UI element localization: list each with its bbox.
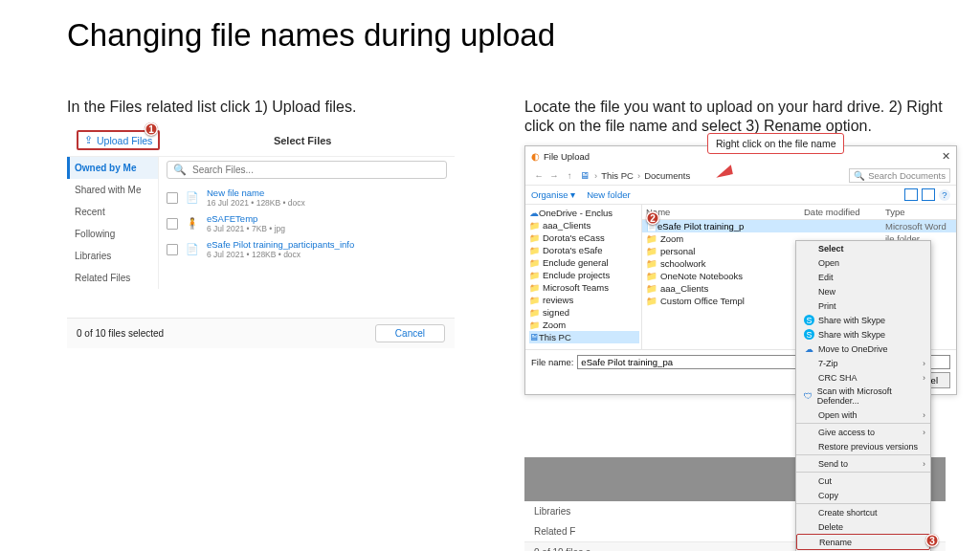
context-item[interactable]: Open — [796, 255, 930, 270]
checkbox[interactable] — [167, 244, 178, 255]
sidebar-item-recent[interactable]: Recent — [67, 201, 158, 223]
forward-icon[interactable]: → — [546, 170, 562, 181]
sidebar-item-following[interactable]: Following — [67, 223, 158, 245]
bg-status: 0 of 10 files s — [534, 547, 590, 551]
new-folder-button[interactable]: New folder — [587, 189, 630, 200]
preview-icon[interactable] — [922, 188, 935, 201]
select-files-dialog: 1 ⇪ Upload Files Select Files Owned by M… — [67, 124, 455, 348]
context-item[interactable]: 7-Zip — [796, 356, 930, 370]
context-item[interactable]: Rename3 — [796, 534, 930, 550]
file-icon: 🧍 — [184, 214, 201, 233]
tree-item[interactable]: ☁OneDrive - Enclus — [529, 207, 639, 219]
step-badge-1: 1 — [145, 122, 158, 136]
pc-icon: 🖥 — [580, 170, 590, 181]
left-instruction: In the Files related list click 1) Uploa… — [67, 98, 488, 117]
context-item[interactable]: Create shortcut — [796, 505, 930, 519]
step-badge-2: 2 — [646, 211, 659, 225]
breadcrumb-pc[interactable]: This PC — [601, 170, 634, 181]
sidebar-item-libraries[interactable]: Libraries — [67, 245, 158, 267]
context-item[interactable]: Copy — [796, 488, 930, 502]
context-item[interactable]: ☁Move to OneDrive — [796, 342, 930, 356]
checkbox[interactable] — [167, 218, 178, 230]
context-item[interactable]: CRC SHA — [796, 370, 930, 385]
firefox-icon: ◐ — [531, 151, 540, 162]
search-icon: 🔍 — [173, 164, 187, 176]
context-item[interactable]: SShare with Skype — [796, 327, 930, 342]
callout-tip: Right click on the file name — [707, 133, 844, 154]
search-docs-placeholder[interactable]: Search Documents — [868, 170, 946, 181]
bg-libraries: Libraries — [534, 506, 570, 517]
bg-related: Related F — [534, 526, 575, 537]
view-icon[interactable] — [904, 188, 918, 201]
cancel-button[interactable]: Cancel — [375, 324, 445, 342]
file-listing: Name Date modified Type 📄eSafe Pilot tra… — [642, 205, 956, 349]
search-icon: 🔍 — [854, 170, 865, 181]
context-item[interactable]: Print — [796, 298, 930, 313]
context-item[interactable]: Open with — [796, 408, 930, 422]
tree-item[interactable]: 📁Enclude projects — [529, 269, 639, 281]
context-item[interactable]: New — [796, 284, 930, 298]
col-type[interactable]: Type — [885, 207, 952, 217]
right-instruction: Locate the file you want to upload on yo… — [524, 98, 946, 136]
tree-item[interactable]: 📁aaa_Clients — [529, 219, 639, 231]
context-item[interactable]: Restore previous versions — [796, 439, 930, 453]
context-item[interactable]: Send to — [796, 456, 930, 471]
close-icon[interactable]: ✕ — [942, 150, 950, 163]
context-item[interactable]: 🛡Scan with Microsoft Defender... — [796, 385, 930, 408]
tree-item[interactable]: 📁Dorota's eCass — [529, 231, 639, 244]
checkbox[interactable] — [167, 192, 178, 204]
context-item[interactable]: Give access to — [796, 425, 930, 439]
context-menu: SelectOpenEditNewPrintSShare with SkypeS… — [795, 240, 931, 551]
folder-tree: ☁OneDrive - Enclus📁aaa_Clients📁Dorota's … — [525, 205, 642, 349]
tree-item[interactable]: 📁reviews — [529, 294, 639, 306]
file-icon: 📄 — [184, 240, 201, 259]
sidebar-item-related[interactable]: Related Files — [67, 267, 158, 289]
back-icon[interactable]: ← — [531, 170, 546, 181]
list-row[interactable]: 📄eSafe Pilot training_pMicrosoft Word — [642, 220, 956, 232]
file-search[interactable]: 🔍 — [167, 161, 447, 179]
file-scope-sidebar: Owned by Me Shared with Me Recent Follow… — [67, 157, 159, 289]
file-row[interactable]: 📄 New file name16 Jul 2021 • 128KB • doc… — [167, 185, 447, 210]
step-badge-3: 3 — [925, 534, 939, 547]
tree-item[interactable]: 📁Microsoft Teams — [529, 281, 639, 294]
tree-item[interactable]: 📁Dorota's eSafe — [529, 244, 639, 256]
dialog-title: Select Files — [274, 135, 332, 146]
tree-item[interactable]: 📁signed — [529, 306, 639, 319]
search-input[interactable] — [190, 164, 440, 176]
address-bar[interactable]: ← → ↑ 🖥 ›This PC ›Documents 🔍 Search Doc… — [525, 166, 956, 186]
context-item[interactable]: Delete — [796, 519, 930, 534]
context-item[interactable]: SShare with Skype — [796, 313, 930, 327]
sidebar-item-owned[interactable]: Owned by Me — [67, 157, 158, 179]
col-datemod[interactable]: Date modified — [804, 207, 885, 217]
slide-title: Changing file names during upload — [67, 17, 555, 54]
upload-files-label: Upload Files — [97, 135, 152, 146]
file-icon: 📄 — [184, 188, 201, 208]
up-icon[interactable]: ↑ — [562, 170, 577, 181]
col-name[interactable]: Name — [646, 207, 804, 217]
file-row[interactable]: 📄 eSafe Pilot training_participants_info… — [167, 236, 447, 262]
dialog-title: File Upload — [544, 151, 590, 162]
file-upload-dialog: Right click on the file name ◐ File Uplo… — [524, 145, 957, 395]
file-row[interactable]: 🧍 eSAFETemp6 Jul 2021 • 7KB • jpg — [167, 210, 447, 236]
selection-status: 0 of 10 files selected — [77, 328, 164, 339]
tree-item[interactable]: 📁Enclude general — [529, 256, 639, 269]
file-name-label: File name: — [531, 357, 573, 367]
context-item[interactable]: Edit — [796, 270, 930, 284]
breadcrumb-docs[interactable]: Documents — [644, 170, 690, 181]
sidebar-item-shared[interactable]: Shared with Me — [67, 179, 158, 201]
help-icon[interactable]: ? — [939, 189, 950, 201]
context-item[interactable]: Select — [796, 241, 930, 255]
context-item[interactable]: Cut — [796, 474, 930, 488]
upload-icon: ⇪ — [84, 134, 93, 146]
tree-item[interactable]: 📁Zoom — [529, 319, 639, 331]
organise-menu[interactable]: Organise ▾ — [531, 189, 575, 200]
tree-item[interactable]: 🖥This PC — [529, 331, 639, 343]
